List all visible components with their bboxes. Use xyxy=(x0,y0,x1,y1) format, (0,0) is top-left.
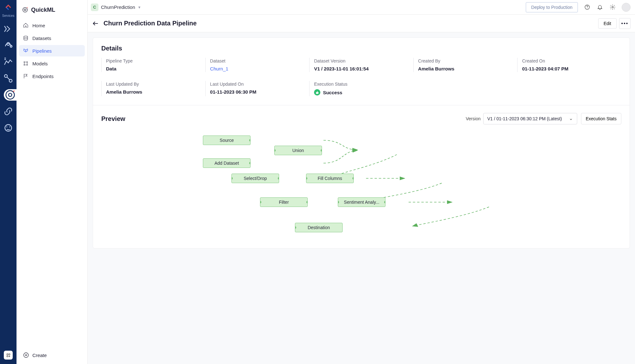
details-card: Details Pipeline Type Data Dataset Churn… xyxy=(93,37,630,248)
node-sentiment[interactable]: Sentiment Analy... xyxy=(338,197,385,207)
main: C ChurnPrediction ▼ Deploy to Production… xyxy=(88,0,635,364)
sidenav-item-pipelines[interactable]: Pipelines xyxy=(19,45,85,56)
node-source[interactable]: Source xyxy=(203,136,251,145)
details-row-1: Pipeline Type Data Dataset Churn_1 Datas… xyxy=(101,58,621,72)
project-name: ChurnPrediction xyxy=(101,4,135,10)
svg-point-16 xyxy=(27,62,28,63)
brand-label: QuickML xyxy=(31,7,55,13)
sidenav-item-label: Endpoints xyxy=(32,74,54,79)
sidenav-item-label: Pipelines xyxy=(32,48,52,54)
flag-icon xyxy=(23,73,29,79)
svg-point-17 xyxy=(24,64,25,65)
svg-point-14 xyxy=(24,36,28,37)
node-select-drop[interactable]: Select/Drop xyxy=(231,174,279,183)
node-destination[interactable]: Destination xyxy=(295,223,343,232)
back-arrow-icon[interactable] xyxy=(92,20,99,27)
create-button[interactable]: Create xyxy=(17,347,87,364)
svg-point-15 xyxy=(24,62,25,63)
topbar: C ChurnPrediction ▼ Deploy to Production xyxy=(88,0,635,15)
service-item-1[interactable] xyxy=(3,23,14,35)
svg-point-21 xyxy=(587,8,587,9)
sidenav-item-label: Home xyxy=(32,23,45,28)
details-title: Details xyxy=(101,45,621,52)
edit-button[interactable]: Edit xyxy=(598,18,617,29)
svg-point-13 xyxy=(24,9,26,11)
database-icon xyxy=(23,35,29,41)
caret-down-icon: ▼ xyxy=(138,5,141,9)
detail-last-updated-by: Last Updated By Amelia Burrows xyxy=(101,81,205,96)
version-select[interactable]: V1 / 01-11-2023 06:30:12 PM (Latest) xyxy=(483,113,577,124)
divider xyxy=(93,105,630,105)
services-label: Services xyxy=(2,14,14,17)
sidenav-item-label: Datasets xyxy=(32,36,51,41)
service-item-6[interactable] xyxy=(3,122,14,134)
page-title: Churn Prediction Data Pipeline xyxy=(104,20,197,27)
content-area: Details Pipeline Type Data Dataset Churn… xyxy=(88,32,635,364)
sidenav-item-home[interactable]: Home xyxy=(19,20,85,31)
bell-icon[interactable] xyxy=(596,4,603,11)
dataset-link[interactable]: Churn_1 xyxy=(210,66,305,71)
sidenav-item-models[interactable]: Models xyxy=(19,58,85,69)
plus-circle-icon xyxy=(23,352,29,358)
create-label: Create xyxy=(32,353,47,358)
svg-point-6 xyxy=(5,125,12,131)
node-union[interactable]: Union xyxy=(274,146,322,155)
detail-created-by: Created By Amelia Burrows xyxy=(413,58,518,72)
svg-rect-10 xyxy=(9,354,10,355)
sidenav-item-label: Models xyxy=(32,61,48,66)
gear-icon[interactable] xyxy=(609,4,616,11)
home-icon xyxy=(23,23,29,28)
detail-created-on: Created On 01-11-2023 04:07 PM xyxy=(517,58,621,72)
sidenav-item-datasets[interactable]: Datasets xyxy=(19,32,85,44)
svg-rect-11 xyxy=(7,355,8,357)
svg-point-22 xyxy=(612,6,613,8)
services-iconbar: Services xyxy=(0,0,17,364)
svg-point-18 xyxy=(27,64,28,65)
details-row-2: Last Updated By Amelia Burrows Last Upda… xyxy=(101,81,621,96)
edges-svg xyxy=(101,131,621,239)
node-filter[interactable]: Filter xyxy=(260,197,308,207)
svg-point-8 xyxy=(9,127,10,128)
brand: QuickML xyxy=(17,6,87,20)
deploy-to-production-button[interactable]: Deploy to Production xyxy=(526,2,578,12)
success-badge-icon xyxy=(314,89,320,96)
svg-point-7 xyxy=(6,127,7,128)
detail-dataset: Dataset Churn_1 xyxy=(205,58,310,72)
service-item-3[interactable] xyxy=(3,56,14,68)
svg-point-4 xyxy=(6,91,15,99)
detail-execution-status: Execution Status Success xyxy=(309,81,413,96)
version-label: Version xyxy=(466,116,481,121)
project-avatar: C xyxy=(91,3,98,11)
models-icon xyxy=(23,61,29,66)
more-menu-button[interactable]: ••• xyxy=(619,18,631,29)
svg-point-12 xyxy=(23,8,28,12)
help-icon[interactable] xyxy=(584,4,591,11)
service-item-quickml[interactable] xyxy=(4,89,17,101)
detail-pipeline-type: Pipeline Type Data xyxy=(101,58,205,72)
pipeline-diagram: Source Add Dataset Union Select/Drop Fil… xyxy=(101,131,621,239)
service-item-2[interactable] xyxy=(3,40,14,51)
preview-title: Preview xyxy=(101,115,125,122)
user-avatar[interactable] xyxy=(622,3,631,12)
sidenav: QuickML Home Datasets Pipelines Models E… xyxy=(17,0,88,364)
project-switcher[interactable]: C ChurnPrediction ▼ xyxy=(91,3,141,11)
pipeline-icon xyxy=(23,48,29,54)
apps-grid-icon[interactable] xyxy=(4,351,13,360)
node-add-dataset[interactable]: Add Dataset xyxy=(203,158,251,168)
sidenav-item-endpoints[interactable]: Endpoints xyxy=(19,70,85,82)
pageheader: Churn Prediction Data Pipeline Edit ••• xyxy=(88,15,635,32)
svg-point-5 xyxy=(9,93,12,96)
svg-rect-9 xyxy=(7,354,8,355)
detail-dataset-version: Dataset Version V1 / 2023-11-01 16:01:54 xyxy=(309,58,413,72)
preview-header: Preview Version V1 / 01-11-2023 06:30:12… xyxy=(101,113,621,124)
service-item-4[interactable] xyxy=(3,73,14,84)
execution-stats-button[interactable]: Execution Stats xyxy=(581,113,621,124)
service-item-5[interactable] xyxy=(3,106,14,117)
node-fill-columns[interactable]: Fill Columns xyxy=(306,174,354,183)
app-logo-icon xyxy=(4,3,12,11)
detail-last-updated-on: Last Updated On 01-11-2023 06:30 PM xyxy=(205,81,310,96)
